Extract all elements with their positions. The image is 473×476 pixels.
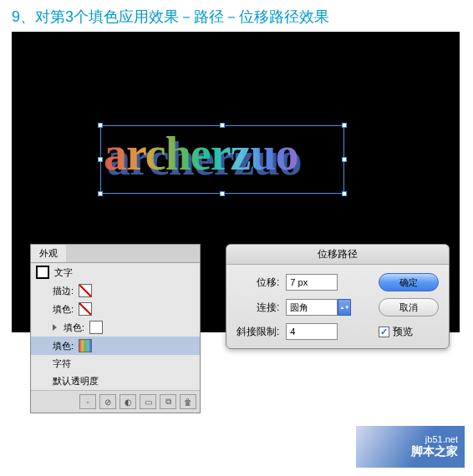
- watermark-url: jb51.net: [425, 434, 458, 444]
- resize-handle[interactable]: [98, 157, 103, 162]
- resize-handle[interactable]: [342, 123, 347, 128]
- row-label: 默认透明度: [53, 375, 99, 387]
- appearance-row-fill[interactable]: 填色:: [31, 300, 200, 318]
- white-swatch-icon[interactable]: [89, 321, 103, 334]
- join-label: 连接:: [237, 301, 279, 315]
- offset-input[interactable]: [286, 274, 338, 291]
- resize-handle[interactable]: [220, 191, 225, 196]
- new-fill-icon[interactable]: ◦: [79, 394, 96, 409]
- appearance-row-text[interactable]: 文字: [31, 263, 200, 281]
- ok-button[interactable]: 确定: [379, 273, 439, 291]
- miter-input[interactable]: [286, 323, 338, 340]
- cancel-button[interactable]: 取消: [379, 298, 439, 316]
- duplicate-icon[interactable]: ⧉: [160, 394, 176, 409]
- offset-path-dialog[interactable]: 位移路径 位移: 确定 连接: 圆角 ▲▼ 取消 斜接限制: 预览: [226, 244, 450, 349]
- tab-appearance[interactable]: 外观: [31, 245, 66, 262]
- none-swatch-icon[interactable]: [79, 302, 92, 316]
- clear-icon[interactable]: ▭: [140, 394, 156, 409]
- new-stroke-icon[interactable]: ⊘: [99, 394, 116, 409]
- panel-tabs: 外观: [31, 245, 200, 263]
- dialog-title: 位移路径: [226, 245, 449, 265]
- panel-footer: ◦ ⊘ ◐ ▭ ⧉ 🗑: [31, 390, 200, 413]
- disclosure-triangle-icon[interactable]: [53, 324, 57, 331]
- row-label: 填色:: [53, 340, 74, 352]
- text-swatch-icon: [36, 266, 49, 279]
- resize-handle[interactable]: [98, 191, 103, 196]
- watermark-name: 脚本之家: [411, 444, 458, 459]
- none-swatch-icon[interactable]: [79, 284, 92, 297]
- resize-handle[interactable]: [342, 157, 347, 162]
- row-label: 文字: [54, 266, 73, 279]
- resize-handle[interactable]: [220, 123, 225, 128]
- offset-label: 位移:: [237, 276, 279, 290]
- resize-handle[interactable]: [342, 191, 347, 196]
- appearance-row-fill-selected[interactable]: 填色:: [31, 337, 200, 355]
- appearance-panel[interactable]: 外观 文字 描边: 填色: 填色: 填色: 字符 默认透明度: [30, 244, 201, 413]
- rainbow-swatch-icon[interactable]: [79, 339, 92, 352]
- watermark: jb51.net 脚本之家: [356, 426, 465, 468]
- row-label: 描边:: [53, 285, 74, 297]
- preview-checkbox[interactable]: [379, 327, 389, 337]
- trash-icon[interactable]: 🗑: [180, 394, 196, 409]
- join-select[interactable]: 圆角: [286, 299, 338, 316]
- row-label: 填色:: [53, 303, 74, 316]
- appearance-row-transparency[interactable]: 默认透明度: [31, 372, 200, 390]
- resize-handle[interactable]: [98, 123, 103, 128]
- miter-label: 斜接限制:: [237, 325, 279, 339]
- appearance-row-character[interactable]: 字符: [31, 355, 200, 372]
- select-arrows-icon[interactable]: ▲▼: [338, 299, 351, 316]
- row-label: 填色:: [64, 322, 84, 334]
- appearance-row-fill[interactable]: 填色:: [31, 318, 200, 337]
- fx-icon[interactable]: ◐: [120, 394, 136, 409]
- selection-bounding-box[interactable]: archerzuo archerzuo archerzuo: [100, 125, 344, 194]
- appearance-row-stroke[interactable]: 描边:: [31, 281, 200, 300]
- step-instruction: 9、对第3个填色应用效果－路径－位移路径效果: [0, 0, 473, 33]
- row-label: 字符: [53, 357, 71, 370]
- preview-label: 预览: [393, 325, 413, 339]
